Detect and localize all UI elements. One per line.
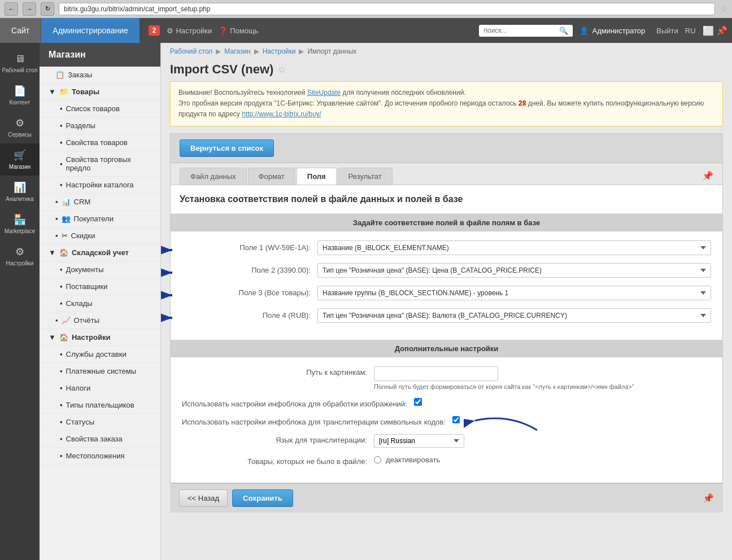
- forward-button[interactable]: →: [23, 2, 36, 16]
- alert-text1: Внимание! Воспользуйтесь технологией: [178, 89, 307, 97]
- user-menu[interactable]: 👤 Администратор: [573, 27, 652, 35]
- admin-button[interactable]: Администрирование: [41, 18, 140, 43]
- sidebar-item-desktop[interactable]: 🖥 Рабочий стол: [0, 47, 40, 79]
- gear-icon: ⚙: [167, 27, 173, 35]
- sidebar-item-label: Marketplace: [5, 228, 35, 234]
- lang-label: Язык для транслитерации:: [182, 434, 374, 444]
- sidebar-item-marketplace[interactable]: 🏪 Marketplace: [0, 208, 40, 240]
- tab-format[interactable]: Формат: [248, 168, 295, 185]
- deactivate-label: Товары, которых не было в файле:: [182, 456, 374, 466]
- deactivate-radio[interactable]: [374, 456, 381, 463]
- sidebar-item-analytics[interactable]: 📊 Аналитика: [0, 176, 40, 208]
- nav-payment[interactable]: ▪ Платежные системы: [40, 363, 160, 380]
- nav-catalog-settings[interactable]: ▪ Настройки каталога: [40, 177, 160, 194]
- nav-locations[interactable]: ▪ Местоположения: [40, 448, 160, 465]
- nav-statuses[interactable]: ▪ Статусы: [40, 414, 160, 431]
- lang-select[interactable]: [ru] Russian[en] English: [374, 434, 464, 448]
- field-select-2[interactable]: Тип цен "Розничная цена" (BASE): Цена (B…: [317, 263, 711, 278]
- nav-orders[interactable]: 📋 Заказы: [40, 67, 160, 84]
- bottom-pin-icon[interactable]: 📌: [703, 493, 714, 504]
- back-button-bottom[interactable]: << Назад: [179, 489, 228, 507]
- field-select-1[interactable]: Название (B_IBLOCK_ELEMENT.NAME): [317, 240, 711, 255]
- breadcrumb-settings[interactable]: Настройки: [263, 47, 296, 55]
- additional-settings: Путь к картинкам: Полный путь будет форм…: [171, 357, 722, 483]
- bullet-icon: ▪: [60, 181, 63, 189]
- nav-crm[interactable]: ▪ 📊 CRM: [40, 194, 160, 211]
- nav-warehouse[interactable]: ▼ 🏠 Складской учет: [40, 244, 160, 261]
- site-button[interactable]: Сайт: [0, 18, 41, 43]
- nav-suppliers[interactable]: ▪ Поставщики: [40, 278, 160, 295]
- nav-warehouses[interactable]: ▪ Склады: [40, 295, 160, 312]
- nav-label: Настройки: [72, 333, 111, 342]
- arrow-3: [161, 287, 179, 303]
- alert-link2[interactable]: http://www.1c-bitrix.ru/buy/: [242, 110, 321, 118]
- bullet-icon: ▪: [60, 138, 63, 147]
- settings-link[interactable]: ⚙ Настройки: [167, 27, 212, 35]
- notification-badge[interactable]: 2: [149, 25, 160, 36]
- nav-goods[interactable]: ▼ 📁 Товары: [40, 84, 160, 100]
- tab-result[interactable]: Результат: [338, 168, 393, 185]
- nav-buyers[interactable]: ▪ 👥 Покупатели: [40, 211, 160, 228]
- deactivate-option-label: деактивировать: [386, 456, 440, 464]
- refresh-button[interactable]: ↻: [41, 2, 54, 16]
- bottom-action-bar: << Назад Сохранить 📌: [170, 483, 723, 513]
- nav-label: Местоположения: [66, 452, 125, 460]
- nav-properties[interactable]: ▪ Свойства товаров: [40, 134, 160, 151]
- tab-file[interactable]: Файл данных: [180, 168, 247, 185]
- sidebar-item-services[interactable]: ⚙ Сервисы: [0, 111, 40, 143]
- logout-button[interactable]: Выйти: [652, 27, 683, 35]
- breadcrumb-arrow: ▶: [254, 47, 259, 55]
- shop-icon: 🛒: [14, 149, 26, 161]
- page-title: Import CSV (new): [170, 62, 273, 77]
- bookmark-star[interactable]: ☆: [720, 3, 727, 14]
- search-icon: 🔍: [559, 27, 568, 35]
- bullet-icon: ▪: [55, 231, 58, 240]
- nav-taxes[interactable]: ▪ Налоги: [40, 380, 160, 397]
- nav-label: Свойства торговых предло: [66, 155, 151, 172]
- url-bar[interactable]: [59, 3, 715, 15]
- breadcrumb-current: Импорт данных: [307, 47, 356, 55]
- breadcrumb-desktop[interactable]: Рабочий стол: [170, 47, 212, 55]
- back-button[interactable]: ←: [5, 2, 18, 16]
- breadcrumb: Рабочий стол ▶ Магазин ▶ Настройки ▶ Имп…: [161, 43, 732, 60]
- nav-trade-props[interactable]: ▪ Свойства торговых предло: [40, 151, 160, 177]
- field-select-4[interactable]: Тип цен "Розничная цена" (BASE): Валюта …: [317, 308, 711, 323]
- tab-fields[interactable]: Поля: [297, 168, 337, 185]
- img-settings-checkbox[interactable]: [414, 398, 422, 406]
- sidebar-item-content[interactable]: 📄 Контент: [0, 79, 40, 111]
- path-input[interactable]: [374, 366, 498, 381]
- nav-reports[interactable]: ▪ 📈 Отчёты: [40, 312, 160, 329]
- favorite-star[interactable]: ☆: [278, 64, 286, 75]
- save-button[interactable]: Сохранить: [232, 489, 293, 507]
- nav-discounts[interactable]: ▪ ✂ Скидки: [40, 228, 160, 244]
- transliteration-checkbox[interactable]: [452, 416, 460, 423]
- nav-label: Службы доставки: [66, 350, 127, 358]
- nav-sections[interactable]: ▪ Разделы: [40, 117, 160, 134]
- sidebar-item-label: Рабочий стол: [2, 67, 38, 73]
- page-title-bar: Import CSV (new) ☆: [161, 60, 732, 81]
- main-layout: 🖥 Рабочий стол 📄 Контент ⚙ Сервисы 🛒 Маг…: [0, 43, 732, 560]
- form-content: Установка соответствия полей в файле дан…: [171, 185, 722, 483]
- field-select-3[interactable]: Название группы (B_IBLOCK_SECTION.NAME) …: [317, 286, 711, 300]
- nav-goods-list[interactable]: ▪ Список товаров: [40, 100, 160, 117]
- back-to-list-button[interactable]: Вернуться в список: [180, 139, 274, 157]
- nav-delivery[interactable]: ▪ Службы доставки: [40, 346, 160, 363]
- pin-icon[interactable]: 📌: [702, 170, 713, 181]
- bullet-icon: ▪: [60, 265, 63, 274]
- help-link[interactable]: ❓ Помощь: [219, 27, 258, 35]
- nav-payer-types[interactable]: ▪ Типы плательщиков: [40, 397, 160, 414]
- sidebar-item-shop[interactable]: 🛒 Магазин: [0, 143, 40, 176]
- search-input[interactable]: [483, 27, 557, 34]
- window-controls[interactable]: ⬜ 📌: [698, 25, 732, 36]
- language-selector[interactable]: RU: [683, 27, 698, 35]
- nav-nav-settings[interactable]: ▼ 🏠 Настройки: [40, 329, 160, 346]
- buyers-icon: 👥: [62, 215, 71, 223]
- nav-order-props[interactable]: ▪ Свойства заказа: [40, 431, 160, 448]
- alert-link1[interactable]: SiteUpdate: [307, 89, 341, 97]
- bullet-icon: ▪: [60, 435, 63, 443]
- breadcrumb-shop[interactable]: Магазин: [224, 47, 250, 55]
- bullet-icon: ▪: [60, 299, 63, 308]
- sidebar-item-settings[interactable]: ⚙ Настройки: [0, 240, 40, 272]
- nav-label: Разделы: [66, 121, 95, 130]
- nav-docs[interactable]: ▪ Документы: [40, 261, 160, 278]
